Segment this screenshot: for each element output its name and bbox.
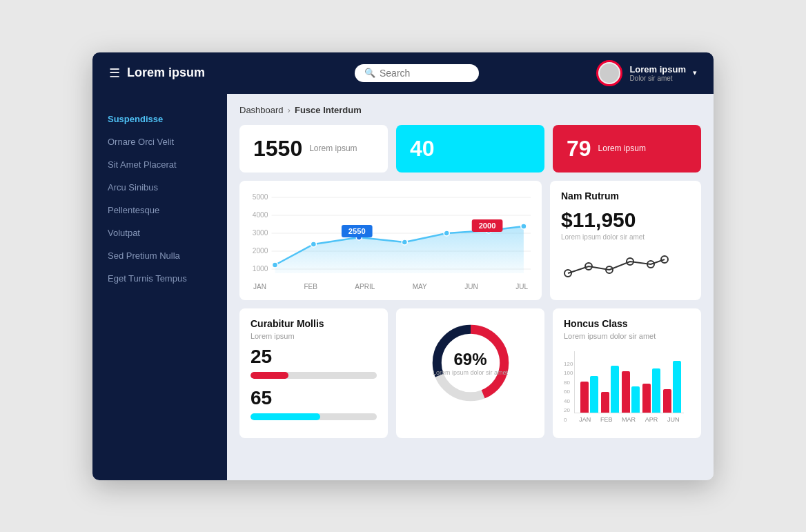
- bar-x-labels: JAN FEB MAR APR JUN: [574, 416, 684, 423]
- nam-rutrum-value: $11,950: [561, 208, 690, 232]
- stat-card-1550: 1550 Lorem ipsum: [239, 125, 388, 173]
- line-chart-card: 5000 4000 3000 2000 1000: [239, 181, 542, 300]
- bar-feb-cyan: [611, 366, 619, 413]
- bar-jun-red: [663, 389, 671, 413]
- nam-rutrum-title: Nam Rutrum: [561, 190, 690, 201]
- sparkline-area: [561, 249, 690, 286]
- hamburger-icon[interactable]: ☰: [109, 66, 120, 81]
- x-label-jul: JUL: [515, 283, 528, 290]
- stat-card-40: 40: [396, 125, 544, 173]
- breadcrumb-current: Fusce Interdum: [295, 105, 362, 115]
- app-title: Lorem ipsum: [127, 66, 205, 80]
- curabitur-num1: 25: [250, 346, 377, 368]
- sidebar-item-ornare[interactable]: Ornare Orci Velit: [92, 130, 227, 153]
- sidebar-item-sed[interactable]: Sed Pretium Nulla: [92, 244, 227, 267]
- stats-row: 1550 Lorem ipsum 40 79 Lorem ipsum: [239, 125, 701, 173]
- sidebar-item-volutpat[interactable]: Volutpat: [92, 221, 227, 244]
- stat-number-3: 79: [567, 136, 591, 161]
- bar-jan-red: [580, 382, 589, 413]
- bar-group-jan: [580, 376, 598, 413]
- honcus-subtitle: Lorem ipsum dolor sir amet: [564, 332, 690, 340]
- progress-fill-2: [250, 413, 320, 420]
- user-sub: Dolor sir amet: [629, 75, 686, 82]
- y-label-100: 100: [564, 370, 573, 376]
- curabitur-subtitle: Lorem ipsum: [250, 332, 377, 340]
- user-name: Lorem ipsum: [629, 64, 686, 75]
- avatar-inner: [600, 63, 619, 83]
- progress-bar-2: [250, 413, 377, 420]
- line-chart-wrapper: 5000 4000 3000 2000 1000: [250, 190, 531, 290]
- nam-rutrum-card: Nam Rutrum $11,950 Lorem ipsum dolor sir…: [550, 181, 701, 300]
- sidebar-item-arcu[interactable]: Arcu Sinibus: [92, 176, 227, 199]
- y-label-20: 20: [564, 407, 573, 413]
- search-box: 🔍: [355, 64, 479, 82]
- x-label-may: MAY: [413, 283, 427, 290]
- search-input[interactable]: [380, 68, 462, 79]
- x-label-feb: FEB: [304, 283, 317, 290]
- bottom-row: Curabitur Mollis Lorem ipsum 25 65: [239, 308, 701, 438]
- header-right: Lorem ipsum Dolor sir amet ▾: [573, 60, 697, 86]
- curabitur-card: Curabitur Mollis Lorem ipsum 25 65: [239, 308, 388, 438]
- svg-point-13: [402, 239, 407, 245]
- sidebar-item-pellentesque[interactable]: Pellentesque: [92, 199, 227, 221]
- user-info: Lorem ipsum Dolor sir amet: [629, 64, 686, 82]
- sidebar-item-suspendisse[interactable]: Suspendisse: [92, 108, 227, 130]
- svg-point-14: [444, 230, 449, 236]
- donut-card: 69% Lorem ipsum dolor sir amet: [396, 308, 544, 438]
- svg-text:2550: 2550: [348, 227, 366, 235]
- y-label-80: 80: [564, 380, 573, 386]
- honcus-card: Honcus Class Lorem ipsum dolor sir amet …: [553, 308, 701, 438]
- bar-x-feb: FEB: [600, 416, 613, 423]
- breadcrumb: Dashboard › Fusce Interdum: [239, 105, 701, 115]
- chart-x-labels: JAN FEB APRIL MAY JUN JUL: [250, 283, 531, 290]
- svg-point-10: [272, 262, 277, 268]
- y-label-120: 120: [564, 361, 573, 367]
- x-label-jan: JAN: [253, 283, 266, 290]
- stat-number-1: 1550: [253, 136, 302, 161]
- bar-x-apr: APR: [645, 416, 658, 423]
- stat-card-79: 79 Lorem ipsum: [553, 125, 701, 173]
- sidebar-item-sit[interactable]: Sit Amet Placerat: [92, 153, 227, 176]
- sidebar-item-eget[interactable]: Eget Turnis Tempus: [92, 267, 227, 290]
- nam-rutrum-subtitle: Lorem ipsum dolor sir amet: [561, 233, 690, 241]
- svg-text:4000: 4000: [253, 211, 268, 219]
- donut-label: 69% Lorem ipsum dolor sir amet: [433, 350, 508, 376]
- body-area: Suspendisse Ornare Orci Velit Sit Amet P…: [92, 94, 714, 480]
- y-label-0: 0: [564, 417, 573, 423]
- breadcrumb-root: Dashboard: [239, 105, 284, 115]
- bar-x-jun: JUN: [667, 416, 680, 423]
- svg-text:2000: 2000: [253, 247, 268, 255]
- main-content: Dashboard › Fusce Interdum 1550 Lorem ip…: [227, 94, 714, 480]
- bar-group-apr: [642, 368, 660, 413]
- breadcrumb-separator: ›: [288, 105, 291, 115]
- bar-apr-red: [642, 384, 651, 413]
- stat-label-3: Lorem ipsum: [598, 144, 646, 153]
- svg-text:5000: 5000: [253, 193, 268, 201]
- sidebar: Suspendisse Ornare Orci Velit Sit Amet P…: [92, 94, 227, 480]
- stat-number-2: 40: [410, 136, 435, 161]
- curabitur-title: Curabitur Mollis: [250, 318, 377, 329]
- x-label-april: APRIL: [355, 283, 375, 290]
- svg-text:2000: 2000: [479, 221, 496, 230]
- header-center: 🔍: [261, 64, 573, 82]
- donut-container: 69% Lorem ipsum dolor sir amet: [407, 318, 533, 408]
- svg-point-16: [521, 224, 527, 229]
- bar-group-mar: [622, 371, 640, 413]
- y-label-40: 40: [564, 398, 573, 404]
- bar-y-labels: 120 100 80 60 40 20 0: [564, 361, 573, 423]
- y-label-60: 60: [564, 388, 573, 395]
- bar-x-jan: JAN: [579, 416, 591, 423]
- sparkline-svg: [561, 249, 671, 284]
- dropdown-arrow-icon[interactable]: ▾: [693, 68, 697, 77]
- bar-jun-cyan: [673, 361, 681, 413]
- avatar: [596, 60, 622, 86]
- progress-fill-1: [250, 372, 288, 379]
- charts-row: 5000 4000 3000 2000 1000: [239, 181, 701, 300]
- donut-pct: 69%: [433, 350, 508, 369]
- bar-x-mar: MAR: [622, 416, 636, 423]
- search-icon: 🔍: [364, 68, 375, 78]
- progress-bar-1: [250, 372, 377, 379]
- header: ☰ Lorem ipsum 🔍 Lorem ipsum Dolor sir am…: [92, 52, 714, 94]
- svg-point-11: [311, 242, 316, 247]
- honcus-chart-wrap: 120 100 80 60 40 20 0: [564, 346, 690, 423]
